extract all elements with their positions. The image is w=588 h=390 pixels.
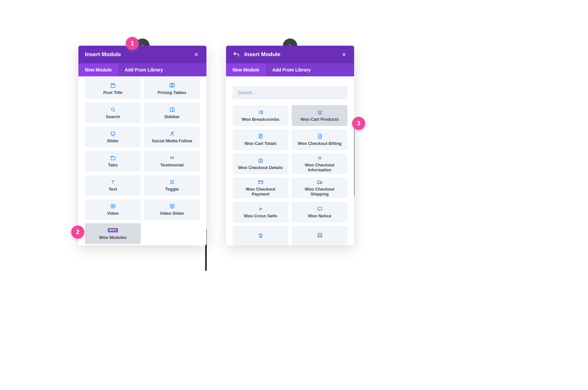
notice-icon xyxy=(317,206,323,212)
svg-point-20 xyxy=(318,183,319,184)
module-label: Woo Notice xyxy=(308,214,331,219)
module-label: Woo Checkout Payment xyxy=(239,187,282,197)
module-woo-partial-1[interactable] xyxy=(233,226,288,245)
module-tabs[interactable]: Tabs xyxy=(85,151,141,172)
module-woo-notice[interactable]: Woo Notice xyxy=(292,202,348,223)
tab-add-from-library[interactable]: Add From Library xyxy=(266,63,317,76)
module-woo-checkout-information[interactable]: Woo Checkout Information xyxy=(292,153,348,174)
module-label: Testimonial xyxy=(160,163,184,168)
modal-body: Post Title Pricing Tables Search Sidebar xyxy=(78,76,206,245)
svg-rect-22 xyxy=(318,207,322,210)
svg-rect-0 xyxy=(111,84,115,87)
svg-point-7 xyxy=(113,135,114,136)
module-woo-cart-products[interactable]: Woo Cart Products xyxy=(292,105,348,126)
module-label: Woo Cross Sells xyxy=(244,214,277,219)
video-slider-icon xyxy=(169,203,175,209)
module-label: Woo Cart Totals xyxy=(244,141,276,146)
svg-rect-18 xyxy=(258,181,263,184)
svg-rect-25 xyxy=(318,233,322,237)
svg-point-15 xyxy=(320,114,321,114)
module-label: Sidebar xyxy=(164,115,180,119)
video-icon xyxy=(110,203,116,209)
annotation-1: 1 xyxy=(126,37,139,50)
tab-add-from-library[interactable]: Add From Library xyxy=(118,63,170,76)
module-grid: Post Title Pricing Tables Search Sidebar xyxy=(85,78,200,244)
module-label: Woo Checkout Billing xyxy=(298,141,341,146)
card-icon xyxy=(258,179,264,185)
module-video[interactable]: Video xyxy=(85,199,141,220)
module-woo-cart-totals[interactable]: Woo Cart Totals xyxy=(233,129,288,150)
module-woo-checkout-details[interactable]: Woo Checkout Details xyxy=(233,153,288,174)
close-button[interactable] xyxy=(193,51,200,58)
svg-point-23 xyxy=(259,237,260,238)
module-text[interactable]: Text xyxy=(85,175,141,196)
module-label: Pricing Tables xyxy=(158,90,187,95)
module-pricing-tables[interactable]: Pricing Tables xyxy=(144,78,200,99)
module-woo-breadcrumbs[interactable]: Woo Breadcrumbs xyxy=(233,105,288,126)
module-label: Search xyxy=(106,115,120,119)
module-label: Toggle xyxy=(165,187,179,192)
pricing-icon xyxy=(169,83,175,88)
cart-icon xyxy=(317,109,323,115)
module-post-title[interactable]: Post Title xyxy=(85,78,141,99)
module-slider[interactable]: Slider xyxy=(85,127,141,148)
slider-icon xyxy=(110,131,116,137)
quote-icon xyxy=(169,155,175,161)
module-search[interactable]: Search xyxy=(85,102,141,123)
receipt-icon xyxy=(258,133,264,139)
tab-new-module[interactable]: New Module xyxy=(78,63,118,76)
svg-point-3 xyxy=(111,108,114,111)
sidebar-icon xyxy=(169,107,175,113)
social-icon xyxy=(169,131,175,137)
close-button[interactable] xyxy=(340,51,348,58)
post-title-icon xyxy=(110,83,116,88)
search-input[interactable]: Search... xyxy=(233,86,348,99)
module-social-follow[interactable]: Social Media Follow xyxy=(144,127,200,148)
module-label: Woo Checkout Shipping xyxy=(299,187,341,197)
svg-point-8 xyxy=(171,132,173,133)
cart-plus-icon xyxy=(258,232,264,238)
modal-tabs: New Module Add From Library xyxy=(226,63,354,76)
insert-module-modal-1: Insert Module New Module Add From Librar… xyxy=(78,46,206,245)
search-icon xyxy=(110,107,116,113)
module-woo-cross-sells[interactable]: Woo Cross Sells xyxy=(233,202,288,223)
module-woo-checkout-billing[interactable]: Woo Checkout Billing xyxy=(292,129,348,150)
module-label: Text xyxy=(109,187,117,192)
modal-title: Insert Module xyxy=(85,51,193,58)
module-woo-partial-2[interactable] xyxy=(292,226,348,245)
toggle-icon xyxy=(169,179,175,185)
module-label: Video xyxy=(107,211,119,216)
breadcrumb-icon xyxy=(257,109,264,115)
grid-icon xyxy=(317,232,323,238)
svg-rect-19 xyxy=(317,181,320,183)
svg-point-14 xyxy=(318,114,319,114)
modal-tabs: New Module Add From Library xyxy=(78,63,206,76)
module-video-slider[interactable]: Video Slider xyxy=(144,199,200,220)
svg-rect-9 xyxy=(111,157,115,160)
module-label: Post Title xyxy=(103,90,122,95)
tab-new-module[interactable]: New Module xyxy=(226,63,266,76)
module-testimonial[interactable]: Testimonial xyxy=(144,151,200,172)
module-label: Woo Modules xyxy=(99,235,126,240)
module-label: Woo Checkout Details xyxy=(238,165,283,170)
module-woo-modules[interactable]: WOO Woo Modules xyxy=(85,223,141,244)
module-label: Tabs xyxy=(108,163,118,168)
module-woo-checkout-shipping[interactable]: Woo Checkout Shipping xyxy=(292,178,348,198)
modal-body: Search... Woo Breadcrumbs Woo Cart Produ… xyxy=(226,76,354,245)
annotation-2: 2 xyxy=(71,226,84,239)
module-grid: Woo Breadcrumbs Woo Cart Products Woo Ca… xyxy=(233,105,348,245)
svg-point-13 xyxy=(172,208,173,209)
modal-header: Insert Module xyxy=(226,46,354,63)
svg-point-24 xyxy=(261,237,262,238)
module-sidebar[interactable]: Sidebar xyxy=(144,102,200,123)
svg-point-12 xyxy=(171,208,172,209)
module-toggle[interactable]: Toggle xyxy=(144,175,200,196)
modal-header: Insert Module xyxy=(78,46,206,63)
lines-icon xyxy=(317,155,323,161)
back-button[interactable] xyxy=(233,51,240,58)
module-label: Woo Checkout Information xyxy=(299,163,341,173)
details-icon xyxy=(258,158,264,164)
annotation-3: 3 xyxy=(352,117,365,130)
module-label: Woo Breadcrumbs xyxy=(242,117,279,122)
module-woo-checkout-payment[interactable]: Woo Checkout Payment xyxy=(233,178,288,198)
